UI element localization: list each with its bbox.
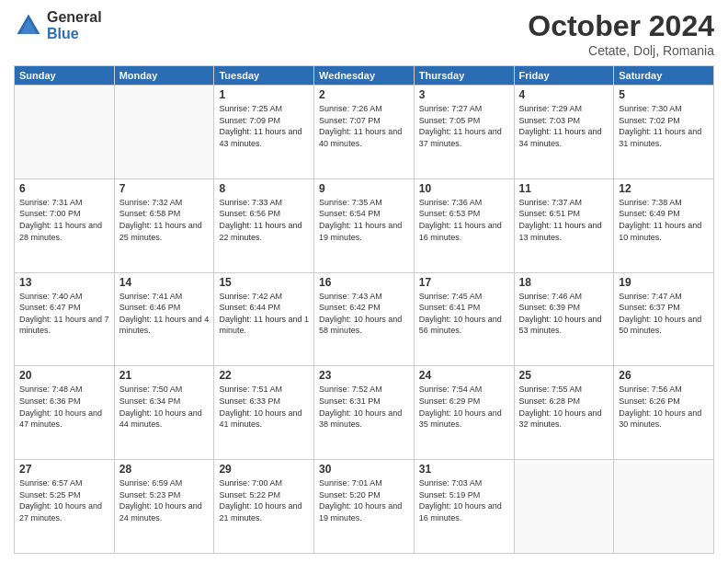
day-number: 11 — [519, 182, 609, 195]
day-cell: 26Sunrise: 7:56 AM Sunset: 6:26 PM Dayli… — [614, 366, 714, 460]
day-number: 20 — [19, 369, 109, 382]
day-info: Sunrise: 7:31 AM Sunset: 7:00 PM Dayligh… — [19, 197, 109, 243]
day-number: 15 — [219, 276, 309, 289]
weekday-sunday: Sunday — [15, 66, 115, 86]
day-number: 17 — [419, 276, 509, 289]
day-number: 27 — [19, 463, 109, 476]
day-cell — [614, 460, 714, 554]
calendar-header: SundayMondayTuesdayWednesdayThursdayFrid… — [15, 66, 714, 86]
day-cell: 22Sunrise: 7:51 AM Sunset: 6:33 PM Dayli… — [214, 366, 314, 460]
day-number: 8 — [219, 182, 309, 195]
day-info: Sunrise: 7:47 AM Sunset: 6:37 PM Dayligh… — [619, 291, 709, 337]
week-row-4: 20Sunrise: 7:48 AM Sunset: 6:36 PM Dayli… — [15, 366, 714, 460]
day-number: 9 — [319, 182, 409, 195]
day-number: 12 — [619, 182, 709, 195]
day-info: Sunrise: 7:00 AM Sunset: 5:22 PM Dayligh… — [219, 477, 309, 523]
day-info: Sunrise: 7:38 AM Sunset: 6:49 PM Dayligh… — [619, 197, 709, 243]
day-number: 26 — [619, 369, 709, 382]
logo-general: General — [47, 9, 102, 26]
day-number: 23 — [319, 369, 409, 382]
calendar: SundayMondayTuesdayWednesdayThursdayFrid… — [14, 65, 714, 554]
day-cell: 8Sunrise: 7:33 AM Sunset: 6:56 PM Daylig… — [214, 178, 314, 272]
day-cell: 9Sunrise: 7:35 AM Sunset: 6:54 PM Daylig… — [314, 178, 415, 272]
day-info: Sunrise: 7:37 AM Sunset: 6:51 PM Dayligh… — [519, 197, 609, 243]
weekday-thursday: Thursday — [414, 66, 514, 86]
day-number: 1 — [219, 88, 309, 101]
day-number: 22 — [219, 369, 309, 382]
day-cell: 15Sunrise: 7:42 AM Sunset: 6:44 PM Dayli… — [214, 272, 314, 366]
header: General Blue October 2024 Cetate, Dolj, … — [14, 9, 714, 58]
day-info: Sunrise: 7:41 AM Sunset: 6:46 PM Dayligh… — [119, 291, 210, 337]
logo-text: General Blue — [47, 9, 102, 41]
day-info: Sunrise: 7:36 AM Sunset: 6:53 PM Dayligh… — [419, 197, 509, 243]
day-cell: 7Sunrise: 7:32 AM Sunset: 6:58 PM Daylig… — [114, 178, 214, 272]
week-row-1: 1Sunrise: 7:25 AM Sunset: 7:09 PM Daylig… — [15, 86, 714, 179]
day-number: 28 — [119, 463, 210, 476]
weekday-wednesday: Wednesday — [314, 66, 415, 86]
logo: General Blue — [14, 9, 102, 41]
day-cell: 29Sunrise: 7:00 AM Sunset: 5:22 PM Dayli… — [214, 460, 314, 554]
day-cell: 6Sunrise: 7:31 AM Sunset: 7:00 PM Daylig… — [15, 178, 115, 272]
day-number: 7 — [119, 182, 210, 195]
day-info: Sunrise: 7:52 AM Sunset: 6:31 PM Dayligh… — [319, 384, 409, 430]
day-cell: 20Sunrise: 7:48 AM Sunset: 6:36 PM Dayli… — [15, 366, 115, 460]
day-cell: 27Sunrise: 6:57 AM Sunset: 5:25 PM Dayli… — [15, 460, 115, 554]
day-info: Sunrise: 7:50 AM Sunset: 6:34 PM Dayligh… — [119, 384, 210, 430]
day-number: 18 — [519, 276, 609, 289]
day-cell: 19Sunrise: 7:47 AM Sunset: 6:37 PM Dayli… — [614, 272, 714, 366]
day-cell: 24Sunrise: 7:54 AM Sunset: 6:29 PM Dayli… — [414, 366, 514, 460]
day-cell: 31Sunrise: 7:03 AM Sunset: 5:19 PM Dayli… — [414, 460, 514, 554]
weekday-tuesday: Tuesday — [214, 66, 314, 86]
weekday-monday: Monday — [114, 66, 214, 86]
day-info: Sunrise: 7:45 AM Sunset: 6:41 PM Dayligh… — [419, 291, 509, 337]
day-cell — [514, 460, 614, 554]
day-number: 30 — [319, 463, 409, 476]
day-cell: 10Sunrise: 7:36 AM Sunset: 6:53 PM Dayli… — [414, 178, 514, 272]
day-info: Sunrise: 7:01 AM Sunset: 5:20 PM Dayligh… — [319, 477, 409, 523]
day-info: Sunrise: 7:26 AM Sunset: 7:07 PM Dayligh… — [319, 103, 409, 149]
day-cell: 11Sunrise: 7:37 AM Sunset: 6:51 PM Dayli… — [514, 178, 614, 272]
day-cell: 16Sunrise: 7:43 AM Sunset: 6:42 PM Dayli… — [314, 272, 415, 366]
day-info: Sunrise: 7:25 AM Sunset: 7:09 PM Dayligh… — [219, 103, 309, 149]
day-cell: 14Sunrise: 7:41 AM Sunset: 6:46 PM Dayli… — [114, 272, 214, 366]
calendar-body: 1Sunrise: 7:25 AM Sunset: 7:09 PM Daylig… — [15, 86, 714, 554]
day-number: 25 — [519, 369, 609, 382]
day-number: 24 — [419, 369, 509, 382]
day-info: Sunrise: 7:51 AM Sunset: 6:33 PM Dayligh… — [219, 384, 309, 430]
day-info: Sunrise: 7:42 AM Sunset: 6:44 PM Dayligh… — [219, 291, 309, 337]
day-info: Sunrise: 7:56 AM Sunset: 6:26 PM Dayligh… — [619, 384, 709, 430]
day-cell: 17Sunrise: 7:45 AM Sunset: 6:41 PM Dayli… — [414, 272, 514, 366]
day-number: 3 — [419, 88, 509, 101]
logo-icon — [14, 11, 43, 40]
day-cell: 18Sunrise: 7:46 AM Sunset: 6:39 PM Dayli… — [514, 272, 614, 366]
day-cell: 21Sunrise: 7:50 AM Sunset: 6:34 PM Dayli… — [114, 366, 214, 460]
week-row-3: 13Sunrise: 7:40 AM Sunset: 6:47 PM Dayli… — [15, 272, 714, 366]
day-cell — [15, 86, 115, 179]
day-info: Sunrise: 7:32 AM Sunset: 6:58 PM Dayligh… — [119, 197, 210, 243]
weekday-row: SundayMondayTuesdayWednesdayThursdayFrid… — [15, 66, 714, 86]
day-info: Sunrise: 7:33 AM Sunset: 6:56 PM Dayligh… — [219, 197, 309, 243]
day-info: Sunrise: 6:57 AM Sunset: 5:25 PM Dayligh… — [19, 477, 109, 523]
day-number: 29 — [219, 463, 309, 476]
day-info: Sunrise: 7:30 AM Sunset: 7:02 PM Dayligh… — [619, 103, 709, 149]
day-cell: 1Sunrise: 7:25 AM Sunset: 7:09 PM Daylig… — [214, 86, 314, 179]
weekday-friday: Friday — [514, 66, 614, 86]
day-number: 4 — [519, 88, 609, 101]
day-number: 10 — [419, 182, 509, 195]
location: Cetate, Dolj, Romania — [528, 43, 714, 58]
week-row-2: 6Sunrise: 7:31 AM Sunset: 7:00 PM Daylig… — [15, 178, 714, 272]
day-info: Sunrise: 7:03 AM Sunset: 5:19 PM Dayligh… — [419, 477, 509, 523]
day-number: 16 — [319, 276, 409, 289]
page: General Blue October 2024 Cetate, Dolj, … — [0, 0, 728, 563]
day-cell: 2Sunrise: 7:26 AM Sunset: 7:07 PM Daylig… — [314, 86, 415, 179]
day-cell — [114, 86, 214, 179]
day-info: Sunrise: 6:59 AM Sunset: 5:23 PM Dayligh… — [119, 477, 210, 523]
day-cell: 13Sunrise: 7:40 AM Sunset: 6:47 PM Dayli… — [15, 272, 115, 366]
day-cell: 28Sunrise: 6:59 AM Sunset: 5:23 PM Dayli… — [114, 460, 214, 554]
week-row-5: 27Sunrise: 6:57 AM Sunset: 5:25 PM Dayli… — [15, 460, 714, 554]
day-info: Sunrise: 7:54 AM Sunset: 6:29 PM Dayligh… — [419, 384, 509, 430]
day-cell: 12Sunrise: 7:38 AM Sunset: 6:49 PM Dayli… — [614, 178, 714, 272]
day-cell: 30Sunrise: 7:01 AM Sunset: 5:20 PM Dayli… — [314, 460, 415, 554]
logo-blue-text: Blue — [47, 26, 102, 42]
day-number: 2 — [319, 88, 409, 101]
